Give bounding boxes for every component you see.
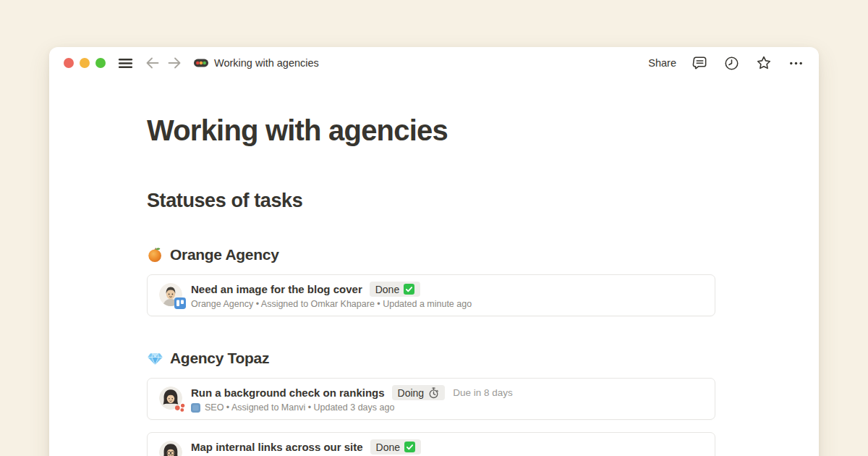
traffic-light-page-icon [193,55,209,71]
task-card[interactable]: Map internal links across our site Done [147,432,715,456]
group-heading-orange-agency: Orange Agency [147,244,715,265]
task-list-agency-topaz: Run a background check on rankings Doing [147,378,715,456]
due-date-text: Due in 8 days [453,387,513,398]
task-card-text: Run a background check on rankings Doing [191,385,513,413]
breadcrumb[interactable]: Working with agencies [193,55,319,71]
group-heading-agency-topaz: Agency Topaz [147,347,715,368]
window-controls [64,58,106,68]
green-check-icon [404,284,414,295]
woman-glasses-avatar-illustration [159,441,182,456]
blue-board-badge-icon [174,297,186,309]
group-name: Agency Topaz [170,347,269,368]
zoom-window-button[interactable] [95,58,106,68]
task-list-orange-agency: Need an image for the blog cover Done [147,274,715,316]
task-title: Need an image for the blog cover [191,283,362,295]
status-label: Done [376,442,400,453]
share-button[interactable]: Share [648,57,676,69]
tangerine-emoji-icon [147,246,163,263]
back-arrow-icon[interactable] [144,54,161,72]
task-card-text: Need an image for the blog cover Done [191,282,472,309]
red-dots-badge-icon [174,401,186,413]
assignee-avatar [159,283,184,308]
gem-emoji-icon [147,350,163,366]
page-background: { "colors": { "page_background": "#f7f1e… [0,0,868,456]
group-name: Orange Agency [170,244,279,265]
task-card[interactable]: Run a background check on rankings Doing [147,378,715,420]
task-title: Run a background check on rankings [191,387,385,399]
assignee-avatar [159,441,184,456]
assignee-avatar [159,387,184,411]
section-title: Statuses of tasks [147,188,715,213]
menu-icon[interactable] [117,55,134,72]
task-card[interactable]: Need an image for the blog cover Done [147,274,715,316]
updates-clock-icon[interactable] [723,55,740,72]
page-title: Working with agencies [147,113,715,148]
green-check-icon [404,442,415,452]
close-window-button[interactable] [64,58,74,68]
more-ellipsis-icon[interactable] [788,55,804,72]
task-card-text: Map internal links across our site Done [191,439,421,456]
breadcrumb-title: Working with agencies [214,57,319,69]
status-label: Doing [398,387,425,399]
blue-database-square-icon [191,403,200,413]
favorite-star-icon[interactable] [755,54,773,72]
task-meta: Orange Agency • Assigned to Omkar Khapar… [191,299,472,309]
titlebar-actions: Share [648,54,804,72]
stopwatch-icon [428,387,439,399]
titlebar: Working with agencies Share [49,47,819,79]
status-label: Done [375,284,399,295]
task-meta: SEO • Assigned to Manvi • Updated 3 days… [205,402,394,413]
comments-icon[interactable] [692,55,708,72]
minimize-window-button[interactable] [80,58,90,68]
status-badge[interactable]: Doing [392,385,446,400]
status-badge[interactable]: Done [370,282,420,297]
page-content: Working with agencies Statuses of tasks [49,113,715,456]
app-window: Working with agencies Share [49,47,819,456]
status-badge[interactable]: Done [370,439,421,455]
task-title: Map internal links across our site [191,441,363,453]
forward-arrow-icon[interactable] [166,54,183,72]
nav-arrows [144,54,183,72]
